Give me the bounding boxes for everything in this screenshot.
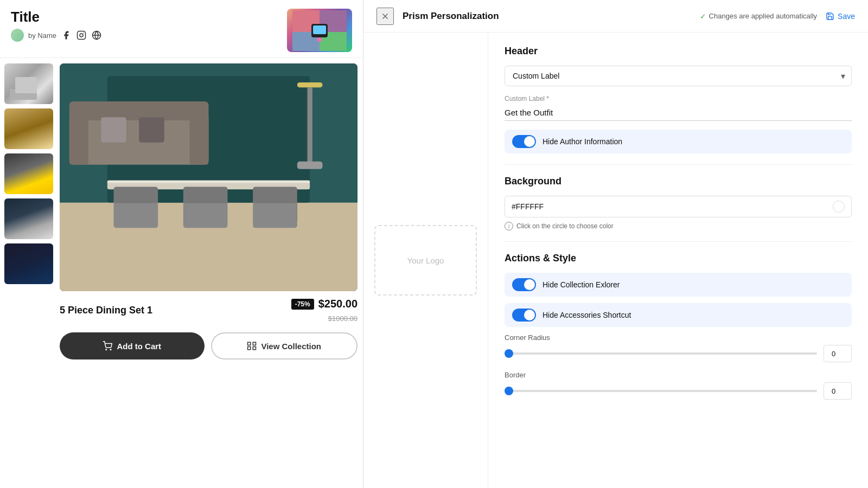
- check-icon: ✓: [700, 12, 706, 21]
- thumbnail-5[interactable]: [4, 243, 53, 284]
- product-area: 5 Piece Dining Set 1 -75% $250.00 $1000.…: [0, 58, 363, 488]
- panels-row: Your Logo Header Custom Label Store Name…: [363, 33, 868, 488]
- cart-icon: [103, 341, 112, 351]
- svg-rect-31: [253, 187, 297, 203]
- settings-panel: Header Custom Label Store Name Logo Only…: [488, 33, 868, 488]
- hide-collection-toggle-row: Hide Collection Exlorer: [505, 273, 852, 297]
- store-banner: [287, 9, 352, 52]
- svg-point-2: [83, 33, 84, 34]
- store-header: Title by Name: [0, 0, 363, 58]
- svg-rect-21: [139, 117, 164, 143]
- product-image: [60, 63, 358, 291]
- svg-rect-18: [69, 114, 88, 164]
- product-name: 5 Piece Dining Set 1: [60, 305, 152, 316]
- header-dropdown-wrapper: Custom Label Store Name Logo Only ▾: [505, 66, 852, 86]
- corner-radius-input[interactable]: [824, 345, 852, 362]
- author-name: by Name: [28, 31, 56, 40]
- auto-save-message: ✓ Changes are applied automatically: [700, 12, 817, 21]
- info-icon: i: [505, 222, 513, 230]
- custom-label-input[interactable]: [505, 105, 852, 121]
- svg-rect-20: [101, 117, 126, 143]
- thumbnail-2[interactable]: [4, 108, 53, 149]
- corner-radius-row: [505, 345, 852, 362]
- divider-2: [505, 241, 852, 242]
- hide-author-toggle-row: Hide Author Information: [505, 130, 852, 153]
- left-panel: Title by Name: [0, 0, 363, 488]
- background-section-title: Background: [505, 176, 852, 187]
- save-label: Save: [838, 12, 855, 21]
- store-meta: by Name: [11, 29, 102, 42]
- hide-author-toggle[interactable]: [512, 135, 536, 148]
- svg-point-36: [111, 349, 112, 350]
- svg-rect-40: [248, 347, 251, 350]
- svg-point-1: [80, 34, 83, 37]
- action-buttons: Add to Cart View Collection: [60, 327, 358, 367]
- thumbnail-4[interactable]: [4, 198, 53, 239]
- border-label: Border: [505, 371, 852, 379]
- svg-rect-29: [183, 187, 228, 203]
- facebook-icon[interactable]: [61, 30, 72, 41]
- svg-rect-27: [114, 187, 158, 203]
- svg-rect-16: [69, 114, 209, 164]
- instagram-icon[interactable]: [76, 30, 87, 41]
- price-block: -75% $250.00 $1000.00: [291, 298, 358, 323]
- close-icon: [380, 11, 390, 21]
- svg-rect-38: [253, 342, 256, 345]
- product-info: 5 Piece Dining Set 1 -75% $250.00 $1000.…: [60, 291, 358, 327]
- save-icon: [826, 12, 834, 21]
- hide-author-label: Hide Author Information: [542, 137, 622, 146]
- border-slider[interactable]: [505, 390, 817, 392]
- save-button[interactable]: Save: [826, 12, 855, 21]
- add-to-cart-label: Add to Cart: [117, 342, 161, 351]
- close-button[interactable]: [376, 8, 394, 25]
- border-input[interactable]: [824, 382, 852, 400]
- svg-point-35: [106, 349, 107, 350]
- store-header-left: Title by Name: [11, 9, 102, 42]
- svg-rect-30: [253, 200, 297, 228]
- thumbnail-3[interactable]: [4, 153, 53, 194]
- view-collection-label: View Collection: [261, 342, 321, 351]
- svg-rect-39: [253, 347, 256, 350]
- price-row: -75% $250.00: [291, 298, 358, 310]
- color-input-row: [505, 196, 852, 217]
- color-hint-text: Click on the circle to choose color: [516, 222, 614, 230]
- avatar: [11, 29, 24, 42]
- view-collection-button[interactable]: View Collection: [211, 332, 358, 359]
- hide-accessories-toggle-row: Hide Accessories Shortcut: [505, 303, 852, 327]
- hide-accessories-toggle[interactable]: [512, 309, 536, 322]
- svg-rect-17: [69, 101, 209, 120]
- svg-rect-34: [297, 162, 323, 169]
- product-main: 5 Piece Dining Set 1 -75% $250.00 $1000.…: [60, 58, 363, 488]
- logo-placeholder: Your Logo: [374, 225, 477, 296]
- discount-badge: -75%: [291, 299, 314, 310]
- right-panel: Prism Personalization ✓ Changes are appl…: [363, 0, 868, 488]
- original-price: $1000.00: [328, 314, 358, 323]
- add-to-cart-button[interactable]: Add to Cart: [60, 332, 205, 359]
- thumbnail-1[interactable]: [4, 63, 53, 104]
- collection-icon: [247, 341, 257, 351]
- current-price: $250.00: [318, 298, 358, 310]
- corner-radius-slider[interactable]: [505, 352, 817, 355]
- svg-rect-0: [78, 31, 86, 40]
- svg-rect-19: [190, 114, 209, 164]
- svg-rect-37: [248, 342, 251, 345]
- divider-1: [505, 164, 852, 165]
- topbar-title: Prism Personalization: [403, 11, 691, 22]
- svg-rect-28: [183, 200, 228, 228]
- actions-section-title: Actions & Style: [505, 253, 852, 264]
- custom-label-field-label: Custom Label *: [505, 95, 852, 102]
- color-swatch[interactable]: [833, 201, 845, 213]
- globe-icon[interactable]: [91, 30, 102, 41]
- svg-rect-23: [107, 181, 310, 183]
- topbar: Prism Personalization ✓ Changes are appl…: [363, 0, 868, 33]
- hide-collection-toggle[interactable]: [512, 278, 536, 291]
- hide-accessories-label: Hide Accessories Shortcut: [542, 311, 631, 319]
- svg-rect-26: [114, 200, 158, 228]
- hide-collection-label: Hide Collection Exlorer: [542, 280, 620, 289]
- auto-save-label: Changes are applied automatically: [709, 12, 817, 20]
- color-value-input[interactable]: [512, 202, 833, 211]
- svg-rect-11: [313, 25, 326, 34]
- header-dropdown[interactable]: Custom Label Store Name Logo Only: [505, 66, 852, 86]
- svg-rect-32: [297, 82, 323, 87]
- thumbnails: [0, 58, 60, 488]
